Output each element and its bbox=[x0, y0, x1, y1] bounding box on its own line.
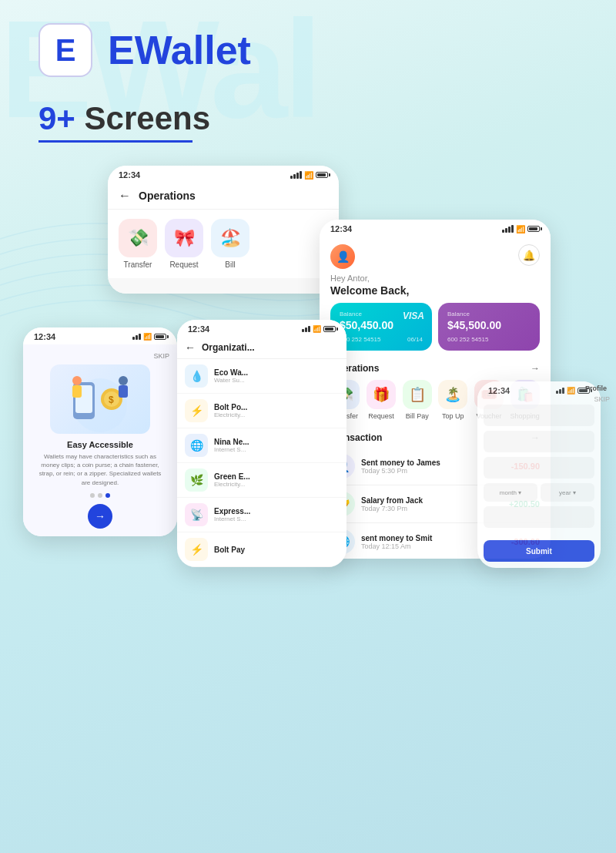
screens-count: 9+ Screens bbox=[38, 100, 578, 137]
d-signal-3 bbox=[562, 388, 564, 394]
home-status-bar: 12:34 📶 bbox=[320, 220, 551, 237]
org-name-2: Bolt Po... bbox=[214, 403, 339, 411]
org-item-1[interactable]: 💧 Eco Wa... Water Su... bbox=[177, 359, 346, 394]
home-billpay-icon: 📋 bbox=[403, 380, 432, 409]
ops-bottom-fade bbox=[108, 278, 339, 294]
org-item-5[interactable]: 📡 Express... Internet S... bbox=[177, 498, 346, 532]
date-input-2[interactable] bbox=[484, 431, 594, 452]
year-label: year ▾ bbox=[559, 489, 576, 496]
card1-expiry: 06/14 bbox=[407, 336, 423, 343]
svg-point-6 bbox=[72, 376, 82, 385]
org-status-icons: 📶 bbox=[302, 325, 336, 333]
month-select[interactable]: month ▾ bbox=[484, 483, 537, 502]
org-sub-4: Electricity... bbox=[214, 481, 339, 488]
submit-button[interactable]: Submit bbox=[484, 540, 594, 562]
org-item-2[interactable]: ⚡ Bolt Po... Electricity... bbox=[177, 394, 346, 428]
d-signal-1 bbox=[556, 391, 558, 394]
org-info-2: Bolt Po... Electricity... bbox=[214, 403, 339, 418]
ob-battery bbox=[154, 334, 166, 340]
submit-label: Submit bbox=[526, 547, 552, 556]
ob-wifi: 📶 bbox=[143, 333, 152, 341]
ops-bill-icon: 🏖️ bbox=[211, 219, 249, 257]
org-back-button[interactable]: ← bbox=[185, 341, 196, 354]
date-select-row: month ▾ year ▾ bbox=[484, 483, 594, 502]
onboarding-description: Wallets may have characteristics such as… bbox=[31, 452, 169, 487]
org-header: ← Organizati... bbox=[177, 337, 346, 359]
user-avatar[interactable]: 👤 bbox=[330, 244, 355, 269]
ops-back-button[interactable]: ← bbox=[119, 189, 131, 203]
home-status-icons: 📶 bbox=[502, 225, 540, 233]
ops-title: Operations bbox=[139, 190, 196, 202]
bell-icon[interactable]: 🔔 bbox=[518, 244, 540, 266]
org-item-4[interactable]: 🌿 Green E... Electricity... bbox=[177, 463, 346, 498]
org-icon-3: 🌐 bbox=[185, 434, 208, 457]
home-battery-icon bbox=[527, 226, 540, 232]
card2-number: 600 252 54515 bbox=[447, 336, 531, 343]
org-signal-3 bbox=[308, 326, 310, 332]
onboarding-status-icons: 📶 bbox=[132, 333, 166, 341]
profile-tab-label: Profile bbox=[585, 385, 607, 392]
dot-2 bbox=[98, 493, 102, 498]
svg-rect-9 bbox=[119, 385, 128, 398]
home-signal-2 bbox=[505, 228, 507, 233]
month-label: month ▾ bbox=[500, 489, 521, 496]
logo-box: E bbox=[38, 23, 92, 77]
d-wifi: 📶 bbox=[567, 387, 575, 395]
wifi-icon: 📶 bbox=[304, 171, 313, 180]
signal-bar-1 bbox=[290, 176, 293, 179]
ops-section-arrow[interactable]: → bbox=[531, 363, 540, 374]
ops-request-item[interactable]: 🎀 Request bbox=[165, 219, 203, 269]
org-icon-5: 📡 bbox=[185, 503, 208, 526]
ops-status-icons: 📶 bbox=[290, 171, 328, 180]
header-section: E EWallet bbox=[0, 0, 616, 92]
ops-time: 12:34 bbox=[119, 170, 140, 180]
screens-number: 9+ bbox=[38, 100, 75, 136]
welcome-text: Welcome Back, bbox=[320, 284, 551, 303]
ob-signal-2 bbox=[136, 335, 138, 340]
org-item-6[interactable]: ⚡ Bolt Pay bbox=[177, 532, 346, 567]
onboarding-illustration: $ bbox=[50, 364, 150, 434]
home-topup[interactable]: 🏝️ Top Up bbox=[438, 380, 467, 420]
ops-bill-item[interactable]: 🏖️ Bill bbox=[211, 219, 249, 269]
org-title: Organizati... bbox=[202, 342, 255, 353]
home-signal-1 bbox=[502, 230, 504, 233]
date-input-4[interactable] bbox=[484, 506, 594, 528]
home-topup-label: Top Up bbox=[442, 412, 464, 420]
cards-row: Balance $50,450.00 250 252 54515 06/14 V… bbox=[320, 303, 551, 358]
screenshots-area: 12:34 📶 ← Operations 💸 Transfer bbox=[0, 166, 616, 744]
home-header: 👤 🔔 bbox=[320, 237, 551, 274]
home-billpay-label: Bill Pay bbox=[406, 412, 429, 420]
home-wifi-icon: 📶 bbox=[516, 225, 525, 233]
ops-transfer-icon: 💸 bbox=[119, 219, 157, 257]
date-status-bar: 12:34 📶 bbox=[477, 381, 601, 398]
skip-button[interactable]: SKIP bbox=[153, 352, 169, 360]
signal-bar-2 bbox=[293, 174, 296, 179]
org-info-3: Nina Ne... Internet S... bbox=[214, 438, 339, 453]
battery-icon bbox=[316, 172, 328, 178]
home-billpay[interactable]: 📋 Bill Pay bbox=[403, 380, 432, 420]
year-select[interactable]: year ▾ bbox=[541, 483, 594, 502]
card2-amount: $45,500.00 bbox=[447, 319, 531, 331]
ops-transfer-item[interactable]: 💸 Transfer bbox=[119, 219, 157, 269]
home-topup-icon: 🏝️ bbox=[438, 380, 467, 409]
home-signal-4 bbox=[511, 225, 514, 233]
onboarding-time: 12:34 bbox=[34, 332, 55, 341]
org-item-3[interactable]: 🌐 Nina Ne... Internet S... bbox=[177, 428, 346, 463]
org-status-bar: 12:34 📶 bbox=[177, 320, 346, 337]
onboarding-phone: 12:34 📶 SKIP bbox=[23, 327, 177, 536]
ob-signal-1 bbox=[132, 337, 135, 340]
card-purple[interactable]: Balance $45,500.00 600 252 54515 bbox=[438, 303, 540, 351]
org-sub-5: Internet S... bbox=[214, 515, 339, 522]
org-wifi: 📶 bbox=[313, 325, 321, 333]
date-input-1[interactable] bbox=[484, 405, 594, 426]
org-info-4: Green E... Electricity... bbox=[214, 472, 339, 488]
home-request[interactable]: 🎁 Request bbox=[367, 380, 396, 420]
org-sub-2: Electricity... bbox=[214, 411, 339, 418]
screens-section: 9+ Screens bbox=[0, 92, 616, 166]
org-name-4: Green E... bbox=[214, 472, 339, 481]
date-input-3[interactable] bbox=[484, 457, 594, 479]
next-button[interactable]: → bbox=[88, 504, 112, 529]
org-phone: 12:34 📶 ← Organizati... 💧 Eco Wa... Wate… bbox=[177, 320, 346, 567]
onboarding-body: SKIP $ bbox=[23, 344, 177, 536]
home-request-label: Request bbox=[368, 412, 394, 420]
